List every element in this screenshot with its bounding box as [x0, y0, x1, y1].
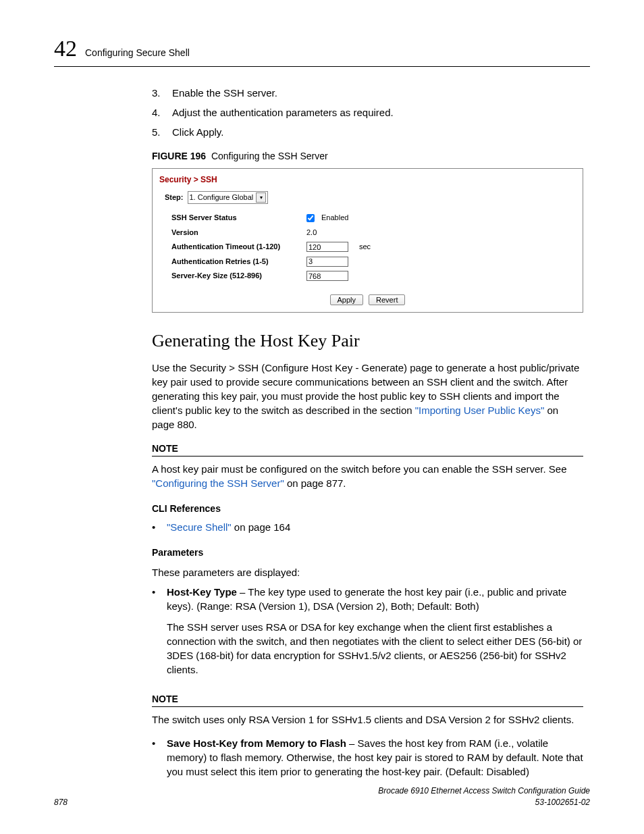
figure-caption: FIGURE 196 Configuring the SSH Server	[152, 150, 583, 163]
step-text: Adjust the authentication parameters as …	[172, 105, 394, 120]
link-importing-keys[interactable]: "Importing User Public Keys"	[415, 405, 545, 416]
text: A host key pair must be configured on th…	[152, 463, 567, 475]
subheading: CLI References	[152, 502, 583, 516]
link-secure-shell[interactable]: "Secure Shell"	[167, 521, 232, 533]
screenshot-panel: Security > SSH Step: 1. Configure Global…	[152, 168, 583, 313]
param-name: Host-Key Type	[167, 586, 237, 598]
step-item: 5. Click Apply.	[152, 125, 583, 139]
figure-label: FIGURE 196	[152, 151, 206, 161]
paragraph: These parameters are displayed:	[152, 565, 583, 579]
chapter-title: Configuring Secure Shell	[85, 47, 190, 60]
retries-input[interactable]	[306, 257, 348, 267]
step-text: Click Apply.	[172, 125, 223, 139]
bullet-icon: •	[152, 520, 157, 534]
chevron-down-icon: ▾	[256, 192, 266, 203]
field-label: Version	[171, 228, 306, 238]
apply-button[interactable]: Apply	[330, 294, 364, 305]
step-item: 4. Adjust the authentication parameters …	[152, 105, 583, 120]
note-text: A host key pair must be configured on th…	[152, 462, 583, 490]
field-label: Server-Key Size (512-896)	[171, 271, 306, 281]
note-text: The switch uses only RSA Version 1 for S…	[152, 712, 583, 727]
page-number: 878	[54, 797, 68, 808]
footer-docno: 53-1002651-02	[535, 798, 590, 807]
version-value: 2.0	[306, 228, 317, 238]
list-item: • "Secure Shell" on page 164	[152, 520, 583, 534]
unit-label: sec	[359, 242, 371, 252]
paragraph: Use the Security > SSH (Configure Host K…	[152, 361, 583, 432]
field-label: SSH Server Status	[171, 213, 306, 223]
field-label: Authentication Timeout (1-120)	[171, 242, 306, 252]
page-header: 42 Configuring Secure Shell	[54, 32, 590, 67]
field-label: Authentication Retries (1-5)	[171, 257, 306, 267]
step-label: Step:	[165, 192, 184, 203]
dropdown-value: 1. Configure Global	[190, 192, 254, 203]
figure-title: Configuring the SSH Server	[211, 151, 328, 161]
chapter-number: 42	[54, 32, 77, 65]
step-item: 3. Enable the SSH server.	[152, 86, 583, 100]
text: on page 877.	[284, 477, 346, 489]
bullet-icon: •	[152, 585, 157, 682]
keysize-input[interactable]	[306, 271, 348, 281]
step-number: 5.	[152, 125, 164, 139]
enabled-checkbox[interactable]	[306, 214, 315, 222]
note-heading: NOTE	[152, 442, 583, 457]
timeout-input[interactable]	[306, 242, 348, 252]
note-heading: NOTE	[152, 693, 583, 708]
link-config-ssh[interactable]: "Configuring the SSH Server"	[152, 477, 284, 489]
breadcrumb: Security > SSH	[153, 169, 583, 191]
paragraph: The SSH server uses RSA or DSA for key e…	[167, 620, 583, 677]
footer-title: Brocade 6910 Ethernet Access Switch Conf…	[378, 786, 590, 796]
revert-button[interactable]: Revert	[369, 294, 405, 305]
section-heading: Generating the Host Key Pair	[152, 329, 583, 353]
step-dropdown[interactable]: 1. Configure Global ▾	[188, 191, 269, 204]
bullet-icon: •	[152, 736, 157, 779]
step-number: 4.	[152, 105, 164, 120]
list-item: • Host-Key Type – The key type used to g…	[152, 585, 583, 682]
page-footer: 878 Brocade 6910 Ethernet Access Switch …	[54, 785, 590, 808]
step-text: Enable the SSH server.	[172, 86, 277, 100]
list-item: • Save Host-Key from Memory to Flash – S…	[152, 736, 583, 779]
param-name: Save Host-Key from Memory to Flash	[167, 737, 346, 749]
text: on page 164	[232, 521, 291, 533]
checkbox-label: Enabled	[321, 213, 348, 223]
step-number: 3.	[152, 86, 164, 100]
subheading: Parameters	[152, 546, 583, 560]
